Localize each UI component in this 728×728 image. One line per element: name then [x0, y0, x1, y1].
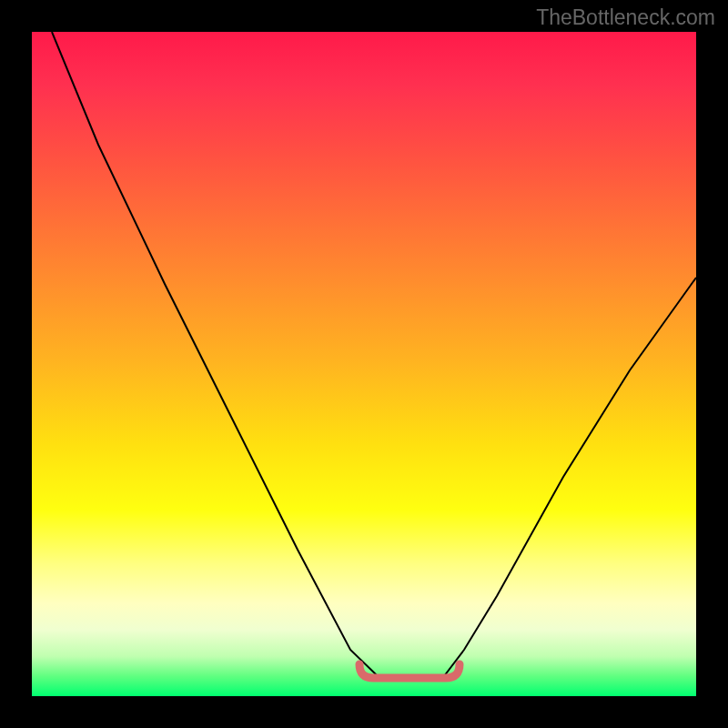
bottleneck-curve-line — [52, 32, 696, 676]
plot-area — [32, 32, 696, 696]
chart-svg — [32, 32, 696, 696]
watermark-text: TheBottleneck.com — [536, 5, 715, 30]
optimal-range-marker — [359, 664, 460, 678]
